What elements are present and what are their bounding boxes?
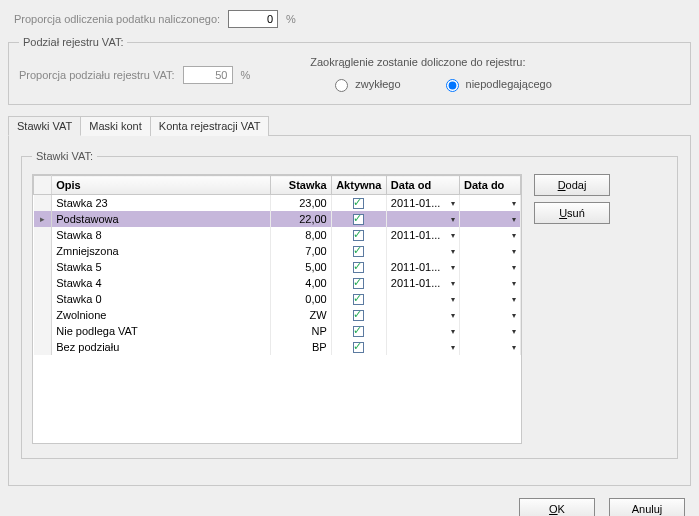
cell-dataod[interactable]: 2011-01...▾ — [386, 227, 459, 243]
cell-datado[interactable]: ▾ — [460, 211, 521, 227]
cell-datado[interactable]: ▾ — [460, 227, 521, 243]
chevron-down-icon[interactable]: ▾ — [512, 295, 516, 304]
cell-datado[interactable]: ▾ — [460, 307, 521, 323]
cell-opis: Zwolnione — [52, 307, 270, 323]
cell-aktywna[interactable] — [331, 211, 386, 227]
row-marker — [34, 259, 52, 275]
chevron-down-icon[interactable]: ▾ — [512, 279, 516, 288]
anuluj-button[interactable]: Anuluj — [609, 498, 685, 516]
cell-dataod[interactable]: ▾ — [386, 339, 459, 355]
table-row[interactable]: Podstawowa22,00▾▾ — [34, 211, 521, 227]
table-row[interactable]: Stawka 88,002011-01...▾▾ — [34, 227, 521, 243]
cell-aktywna[interactable] — [331, 227, 386, 243]
cell-stawka: BP — [270, 339, 331, 355]
cell-dataod[interactable]: ▾ — [386, 307, 459, 323]
cell-datado[interactable]: ▾ — [460, 323, 521, 339]
table-row[interactable]: Zmniejszona7,00▾▾ — [34, 243, 521, 259]
table-row[interactable]: Stawka 2323,002011-01...▾▾ — [34, 195, 521, 211]
cell-dataod[interactable]: 2011-01...▾ — [386, 275, 459, 291]
tab-stawki-vat[interactable]: Stawki VAT — [8, 116, 81, 136]
cell-datado[interactable]: ▾ — [460, 259, 521, 275]
col-dataod[interactable]: Data od — [386, 176, 459, 195]
col-datado[interactable]: Data do — [460, 176, 521, 195]
radio-zwyklego[interactable]: zwykłego — [330, 76, 400, 92]
col-stawka[interactable]: Stawka — [270, 176, 331, 195]
cell-aktywna[interactable] — [331, 243, 386, 259]
chevron-down-icon[interactable]: ▾ — [512, 215, 516, 224]
cell-stawka: NP — [270, 323, 331, 339]
cell-datado[interactable]: ▾ — [460, 291, 521, 307]
usun-button[interactable]: Usuń — [534, 202, 610, 224]
chevron-down-icon[interactable]: ▾ — [451, 199, 455, 208]
podzial-rejestru-group: Podział rejestru VAT: Proporcja podziału… — [8, 36, 691, 105]
col-marker — [34, 176, 52, 195]
chevron-down-icon[interactable]: ▾ — [512, 343, 516, 352]
table-row[interactable]: ZwolnioneZW▾▾ — [34, 307, 521, 323]
chevron-down-icon[interactable]: ▾ — [451, 231, 455, 240]
table-row[interactable]: Stawka 44,002011-01...▾▾ — [34, 275, 521, 291]
chevron-down-icon[interactable]: ▾ — [451, 327, 455, 336]
proporcja-odliczenia-input[interactable] — [228, 10, 278, 28]
chevron-down-icon[interactable]: ▾ — [451, 295, 455, 304]
table-row[interactable]: Stawka 55,002011-01...▾▾ — [34, 259, 521, 275]
row-marker — [34, 243, 52, 259]
col-opis[interactable]: Opis — [52, 176, 270, 195]
cell-dataod[interactable]: ▾ — [386, 211, 459, 227]
cell-datado[interactable]: ▾ — [460, 195, 521, 211]
checkbox-icon[interactable] — [353, 214, 364, 225]
radio-niepodlegajacego[interactable]: niepodlegającego — [441, 76, 552, 92]
cell-stawka: 0,00 — [270, 291, 331, 307]
chevron-down-icon[interactable]: ▾ — [451, 279, 455, 288]
checkbox-icon[interactable] — [353, 198, 364, 209]
table-row[interactable]: Stawka 00,00▾▾ — [34, 291, 521, 307]
cell-dataod[interactable]: ▾ — [386, 323, 459, 339]
cell-datado[interactable]: ▾ — [460, 275, 521, 291]
cell-aktywna[interactable] — [331, 195, 386, 211]
chevron-down-icon[interactable]: ▾ — [451, 311, 455, 320]
chevron-down-icon[interactable]: ▾ — [512, 199, 516, 208]
chevron-down-icon[interactable]: ▾ — [512, 327, 516, 336]
col-aktywna[interactable]: Aktywna — [331, 176, 386, 195]
checkbox-icon[interactable] — [353, 246, 364, 257]
checkbox-icon[interactable] — [353, 278, 364, 289]
cell-aktywna[interactable] — [331, 275, 386, 291]
percent-sign-2: % — [241, 69, 251, 81]
dodaj-button[interactable]: Dodaj — [534, 174, 610, 196]
stawki-vat-group: Stawki VAT: Opis Stawka Aktywna Data od … — [21, 150, 678, 459]
stawki-legend: Stawki VAT: — [32, 150, 97, 162]
tab-maski-kont[interactable]: Maski kont — [80, 116, 151, 136]
chevron-down-icon[interactable]: ▾ — [451, 215, 455, 224]
cell-aktywna[interactable] — [331, 339, 386, 355]
cell-dataod[interactable]: 2011-01...▾ — [386, 259, 459, 275]
cell-dataod[interactable]: 2011-01...▾ — [386, 195, 459, 211]
cell-datado[interactable]: ▾ — [460, 243, 521, 259]
chevron-down-icon[interactable]: ▾ — [451, 343, 455, 352]
proporcja-odliczenia-label: Proporcja odliczenia podatku naliczonego… — [14, 13, 220, 25]
checkbox-icon[interactable] — [353, 342, 364, 353]
checkbox-icon[interactable] — [353, 262, 364, 273]
cell-dataod[interactable]: ▾ — [386, 291, 459, 307]
tab-konta-rejestracji[interactable]: Konta rejestracji VAT — [150, 116, 270, 136]
chevron-down-icon[interactable]: ▾ — [451, 247, 455, 256]
stawki-grid[interactable]: Opis Stawka Aktywna Data od Data do Staw… — [32, 174, 522, 444]
chevron-down-icon[interactable]: ▾ — [512, 263, 516, 272]
cell-aktywna[interactable] — [331, 323, 386, 339]
cell-datado[interactable]: ▾ — [460, 339, 521, 355]
cell-aktywna[interactable] — [331, 259, 386, 275]
chevron-down-icon[interactable]: ▾ — [512, 231, 516, 240]
checkbox-icon[interactable] — [353, 326, 364, 337]
chevron-down-icon[interactable]: ▾ — [512, 247, 516, 256]
checkbox-icon[interactable] — [353, 310, 364, 321]
cell-aktywna[interactable] — [331, 291, 386, 307]
cell-stawka: ZW — [270, 307, 331, 323]
ok-button[interactable]: OK — [519, 498, 595, 516]
chevron-down-icon[interactable]: ▾ — [512, 311, 516, 320]
table-row[interactable]: Bez podziałuBP▾▾ — [34, 339, 521, 355]
checkbox-icon[interactable] — [353, 230, 364, 241]
chevron-down-icon[interactable]: ▾ — [451, 263, 455, 272]
table-row[interactable]: Nie podlega VATNP▾▾ — [34, 323, 521, 339]
cell-dataod[interactable]: ▾ — [386, 243, 459, 259]
row-marker — [34, 291, 52, 307]
cell-aktywna[interactable] — [331, 307, 386, 323]
checkbox-icon[interactable] — [353, 294, 364, 305]
